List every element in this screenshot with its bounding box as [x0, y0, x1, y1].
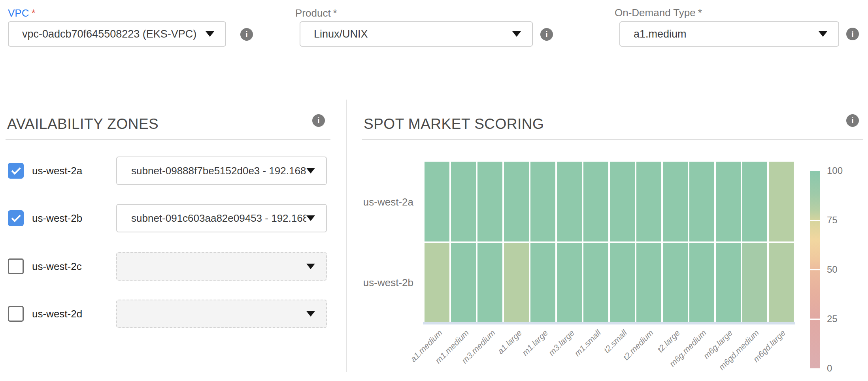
az-subnet-select-us-west-2b[interactable]: subnet-091c603aa82e09453 - 192.168… — [116, 204, 327, 232]
heatmap-cell-us-west-2b-m3.medium — [477, 243, 502, 323]
az-row-us-west-2a: us-west-2asubnet-09888f7be5152d0e3 - 192… — [0, 157, 340, 185]
az-zone-label: us-west-2a — [32, 157, 82, 185]
caret-down-icon — [306, 168, 315, 174]
product-label: Product* — [295, 7, 337, 19]
az-checkbox-us-west-2a[interactable] — [8, 163, 24, 179]
heatmap-cell-us-west-2b-t2.small — [610, 243, 635, 323]
heatmap-cell-us-west-2a-m6gd.medium — [742, 162, 767, 241]
heatmap-cell-us-west-2a-m3.large — [557, 162, 582, 241]
heatmap-row-label: us-west-2b — [338, 276, 413, 289]
colorbar-separator — [810, 269, 820, 270]
heatmap-column-label: m3.large — [547, 328, 576, 358]
colorbar-separator — [810, 319, 820, 320]
vpc-select-value: vpc-0adcb70f645508223 (EKS-VPC) — [9, 28, 206, 40]
heatmap-cell-us-west-2b-m3.large — [557, 243, 582, 323]
heatmap-cell-us-west-2a-t2.small — [610, 162, 635, 241]
heatmap-cell-us-west-2a-m6g.medium — [689, 162, 714, 241]
az-row-us-west-2d: us-west-2d — [0, 300, 340, 328]
product-select[interactable]: Linux/UNIX — [300, 21, 533, 47]
caret-down-icon — [306, 264, 315, 269]
availability-zones-info-icon[interactable]: i — [312, 114, 325, 127]
heatmap-cell-us-west-2b-m1.medium — [451, 243, 476, 323]
heatmap-cell-us-west-2b-a1.medium — [425, 243, 449, 323]
heatmap-column-label: t2.small — [602, 328, 629, 355]
spot-market-scoring-rule — [362, 139, 863, 140]
section-divider — [346, 100, 347, 372]
spot-market-scoring-title: SPOT MARKET SCORING — [364, 116, 544, 132]
colorbar-tick-label: 75 — [827, 214, 838, 226]
colorbar-tick-label: 25 — [827, 313, 838, 325]
az-subnet-select-us-west-2d[interactable] — [116, 300, 327, 328]
product-select-value: Linux/UNIX — [300, 28, 512, 40]
heatmap-column-label: t2.large — [655, 328, 682, 355]
heatmap-row-label: us-west-2a — [338, 196, 413, 208]
availability-zones-title: AVAILABILITY ZONES — [7, 116, 159, 132]
heatmap-cell-us-west-2b-t2.large — [663, 243, 688, 323]
az-zone-label: us-west-2d — [32, 300, 82, 328]
colorbar-separator — [810, 220, 820, 221]
on-demand-type-info-icon[interactable]: i — [846, 28, 859, 40]
required-asterisk: * — [698, 7, 702, 19]
heatmap-cell-us-west-2a-a1.medium — [425, 162, 449, 241]
heatmap-cell-us-west-2a-m1.large — [530, 162, 555, 241]
product-info-icon[interactable]: i — [540, 28, 553, 41]
heatmap-cell-us-west-2b-m1.small — [583, 243, 608, 323]
heatmap-cell-us-west-2a-m6g.large — [716, 162, 741, 241]
heatmap-cell-us-west-2a-a1.large — [504, 162, 529, 241]
heatmap-cell-us-west-2a-t2.medium — [636, 162, 661, 241]
heatmap-cell-us-west-2b-m6gd.medium — [742, 243, 767, 323]
az-subnet-select-us-west-2c[interactable] — [116, 252, 327, 281]
vpc-info-icon[interactable]: i — [240, 28, 253, 41]
heatmap-cell-us-west-2a-m1.small — [583, 162, 608, 241]
az-subnet-value: subnet-091c603aa82e09453 - 192.168… — [117, 212, 306, 224]
caret-down-icon — [512, 31, 521, 37]
check-icon — [11, 165, 21, 175]
caret-down-icon — [306, 215, 315, 221]
heatmap-cell-us-west-2b-m1.large — [530, 243, 555, 323]
on-demand-type-select-value: a1.medium — [620, 28, 819, 40]
colorbar-tick-label: 0 — [827, 362, 832, 374]
heatmap-cell-us-west-2b-m6g.large — [716, 243, 741, 323]
az-checkbox-us-west-2b[interactable] — [8, 210, 24, 226]
heatmap-column-label: m1.large — [520, 328, 550, 358]
heatmap-column-label: a1.large — [496, 328, 524, 356]
availability-zones-rule — [6, 139, 330, 140]
vpc-select[interactable]: vpc-0adcb70f645508223 (EKS-VPC) — [8, 21, 226, 47]
az-subnet-value: subnet-09888f7be5152d0e3 - 192.168… — [117, 165, 306, 177]
heatmap-cell-us-west-2a-m6gd.large — [769, 162, 794, 241]
heatmap-cell-us-west-2a-m1.medium — [451, 162, 476, 241]
az-checkbox-us-west-2d[interactable] — [8, 306, 24, 322]
colorbar-tick-label: 50 — [827, 264, 838, 275]
az-row-us-west-2b: us-west-2bsubnet-091c603aa82e09453 - 192… — [0, 204, 340, 232]
required-asterisk: * — [333, 7, 337, 19]
az-row-us-west-2c: us-west-2c — [0, 252, 340, 281]
vpc-label: VPC* — [8, 7, 36, 19]
heatmap-cell-us-west-2b-a1.large — [504, 243, 529, 323]
on-demand-type-label: On-Demand Type* — [615, 7, 702, 19]
colorbar-tick-label: 100 — [827, 165, 843, 177]
heatmap-column-label: m1.small — [572, 328, 602, 358]
heatmap-cell-us-west-2b-t2.medium — [636, 243, 661, 323]
spot-market-scoring-info-icon[interactable]: i — [846, 114, 859, 127]
caret-down-icon — [306, 311, 315, 317]
az-subnet-select-us-west-2a[interactable]: subnet-09888f7be5152d0e3 - 192.168… — [116, 157, 327, 185]
heatmap-x-axis-line — [423, 322, 795, 324]
heatmap-cell-us-west-2b-m6g.medium — [689, 243, 714, 323]
heatmap-cell-us-west-2a-t2.large — [663, 162, 688, 241]
required-asterisk: * — [31, 7, 35, 19]
page: { "filters": { "vpc": { "label": "VPC", … — [0, 0, 868, 381]
heatmap-cell-us-west-2a-m3.medium — [477, 162, 502, 241]
az-zone-label: us-west-2c — [32, 252, 82, 281]
heatmap-cell-us-west-2b-m6gd.large — [769, 243, 794, 323]
spot-score-heatmap — [425, 162, 794, 323]
on-demand-type-select[interactable]: a1.medium — [619, 21, 839, 47]
caret-down-icon — [206, 31, 214, 37]
az-zone-label: us-west-2b — [32, 204, 82, 232]
az-checkbox-us-west-2c[interactable] — [8, 258, 24, 274]
check-icon — [11, 213, 21, 222]
caret-down-icon — [819, 31, 827, 37]
